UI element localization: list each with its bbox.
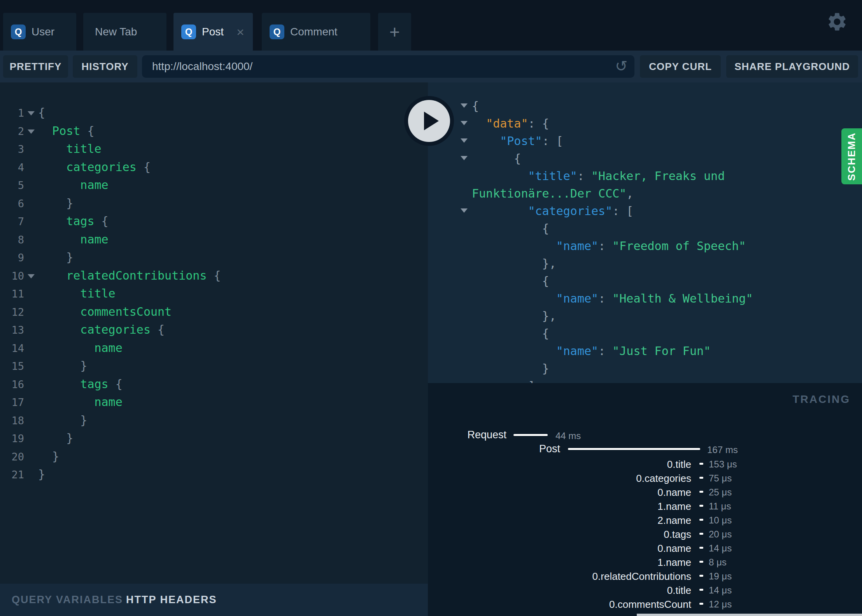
query-badge: Q	[11, 24, 26, 39]
reload-endpoint-icon[interactable]: ↺	[615, 58, 627, 75]
resolver-time: 14 μs	[709, 585, 732, 596]
fold-arrow-icon[interactable]	[461, 208, 468, 213]
code-text: }	[38, 467, 45, 481]
tracing-request-label: Request	[467, 429, 506, 441]
fold-arrow-icon[interactable]	[461, 138, 468, 143]
tracing-post-time: 167 ms	[707, 444, 738, 455]
resolver-time: 20 μs	[709, 529, 732, 540]
query-editor[interactable]: 1{2 Post {3 title4 categories {5 name6 }…	[0, 82, 428, 584]
fold-arrow-icon[interactable]	[28, 274, 35, 278]
code-text: }	[38, 431, 73, 445]
fold-arrow-icon[interactable]	[461, 121, 468, 125]
fold-gutter[interactable]	[24, 393, 38, 411]
code-line: 8 name	[0, 231, 428, 249]
plus-icon: +	[389, 21, 400, 42]
code-line: 6 }	[0, 194, 428, 213]
code-text: }	[38, 250, 73, 264]
code-line: 16 tags {	[0, 375, 428, 394]
code-line: 3 title	[0, 140, 428, 158]
bottom-bar: QUERY VARIABLES HTTP HEADERS	[0, 584, 428, 616]
execute-query-button[interactable]	[404, 96, 454, 146]
resolver-bar	[699, 519, 703, 521]
tracing-title: TRACING	[792, 393, 850, 406]
tab-label: User	[32, 26, 54, 38]
fold-gutter[interactable]	[24, 285, 38, 303]
line-number: 11	[0, 285, 24, 303]
fold-gutter[interactable]	[24, 248, 38, 266]
response-line: "name": "Health & Wellbeing"	[428, 290, 862, 307]
add-tab-button[interactable]: +	[378, 13, 411, 51]
tracing-row: 2.name10 μs	[428, 513, 862, 527]
line-number: 8	[0, 231, 24, 249]
fold-gutter[interactable]	[24, 411, 38, 429]
code-line: 2 Post {	[0, 122, 428, 140]
fold-gutter[interactable]	[24, 321, 38, 339]
resolver-bar	[699, 589, 703, 591]
line-number: 7	[0, 213, 24, 231]
response-line: Funktionäre...Der CCC",	[428, 185, 862, 202]
fold-gutter[interactable]	[24, 158, 38, 176]
resolver-path: 0.title	[667, 584, 691, 597]
fold-gutter[interactable]	[24, 339, 38, 357]
fold-gutter[interactable]	[24, 194, 38, 212]
code-line: 13 categories {	[0, 321, 428, 339]
fold-arrow-icon[interactable]	[28, 111, 35, 116]
code-line: 17 name	[0, 393, 428, 411]
code-line: 5 name	[0, 176, 428, 194]
resolver-time: 75 μs	[709, 473, 732, 484]
resolver-bar	[699, 491, 703, 493]
schema-tab[interactable]: SCHEMA	[841, 128, 862, 184]
fold-gutter[interactable]	[24, 375, 38, 393]
fold-gutter[interactable]	[24, 267, 38, 285]
resolver-bar	[699, 561, 703, 563]
code-line: 15 }	[0, 357, 428, 375]
line-number: 15	[0, 357, 24, 375]
close-tab-icon[interactable]: ×	[237, 25, 244, 38]
prettify-button[interactable]: PRETTIFY	[3, 55, 68, 78]
history-button[interactable]: HISTORY	[73, 55, 137, 78]
response-line: "title": "Hacker, Freaks und	[428, 167, 862, 185]
resolver-path: 0.commentsCount	[609, 598, 691, 611]
tracing-row: 0.tags20 μs	[428, 527, 862, 541]
query-variables-tab[interactable]: QUERY VARIABLES	[12, 594, 123, 606]
response-line: "data": {	[428, 115, 862, 132]
response-line: "name": "Freedom of Speech"	[428, 237, 862, 255]
horizontal-scrollbar[interactable]	[637, 614, 862, 616]
tab-user[interactable]: QUser	[3, 13, 76, 51]
fold-gutter[interactable]	[24, 466, 38, 483]
fold-gutter[interactable]	[24, 140, 38, 158]
fold-gutter[interactable]	[24, 176, 38, 194]
tracing-row: 0.title14 μs	[428, 583, 862, 597]
share-playground-button[interactable]: SHARE PLAYGROUND	[726, 55, 858, 78]
fold-gutter[interactable]	[24, 448, 38, 466]
response-line: {	[428, 272, 862, 290]
fold-gutter[interactable]	[24, 231, 38, 248]
line-number: 12	[0, 303, 24, 321]
resolver-bar	[699, 533, 703, 535]
fold-gutter[interactable]	[24, 104, 38, 122]
response-viewer[interactable]: { "data": { "Post": [ { "title": "Hacker…	[428, 82, 862, 383]
response-line: },	[428, 255, 862, 272]
fold-gutter[interactable]	[24, 357, 38, 375]
fold-arrow-icon[interactable]	[461, 103, 468, 108]
endpoint-url-input[interactable]: http://localhost:4000/ ↺	[142, 55, 634, 78]
http-headers-tab[interactable]: HTTP HEADERS	[126, 594, 217, 606]
code-text: }	[38, 450, 59, 463]
tab-comment[interactable]: QComment	[262, 13, 370, 51]
fold-arrow-icon[interactable]	[461, 156, 468, 160]
tab-new-tab[interactable]: New Tab	[83, 13, 166, 51]
fold-gutter[interactable]	[24, 429, 38, 447]
code-text: name	[38, 341, 123, 355]
fold-gutter[interactable]	[24, 303, 38, 321]
fold-gutter[interactable]	[24, 212, 38, 230]
tab-post[interactable]: QPost×	[173, 13, 253, 51]
line-number: 10	[0, 267, 24, 285]
endpoint-url-text: http://localhost:4000/	[152, 55, 252, 78]
line-number: 6	[0, 195, 24, 213]
fold-gutter[interactable]	[24, 122, 38, 140]
fold-arrow-icon[interactable]	[28, 130, 35, 134]
code-line: 14 name	[0, 339, 428, 357]
copy-curl-button[interactable]: COPY CURL	[640, 55, 721, 78]
settings-gear-icon[interactable]	[826, 11, 848, 33]
tracing-row: 0.relatedContributions19 μs	[428, 569, 862, 583]
